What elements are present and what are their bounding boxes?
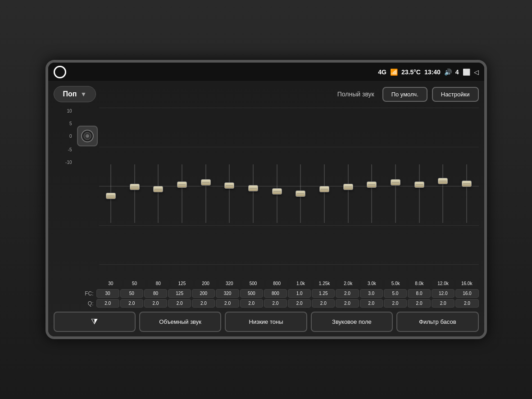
slider-thumb-30[interactable] (106, 193, 116, 199)
slider-thumb-80[interactable] (153, 186, 163, 192)
freq-label-80: 80 (148, 280, 169, 287)
bottom-rows: FC: 3050801252003205008001.01.252.03.05.… (54, 289, 479, 309)
slider-track-area-8.0k[interactable] (407, 108, 431, 280)
q-val-1.0k[interactable]: 2.0 (288, 299, 311, 308)
slider-thumb-3.0k[interactable] (367, 181, 377, 188)
slider-thumb-16.0k[interactable] (462, 181, 472, 187)
slider-thumb-125[interactable] (177, 181, 187, 188)
fc-val-1.0k[interactable]: 1.0 (288, 289, 311, 298)
screen-container: 4G 📶 23.5°C 13:40 🔊 4 ⬜ ◁ Поп ▼ Полный з… (45, 60, 487, 339)
slider-track-area-5.0k[interactable] (384, 108, 408, 280)
q-val-50[interactable]: 2.0 (120, 299, 143, 308)
status-right: 4G 📶 23.5°C 13:40 🔊 4 ⬜ ◁ (378, 68, 478, 76)
slider-thumb-200[interactable] (201, 179, 211, 186)
slider-track-5.0k (395, 164, 396, 223)
slider-thumb-8.0k[interactable] (414, 181, 424, 188)
bass-filter-button[interactable]: Фильтр басов (396, 312, 478, 332)
slider-track-area-1.25k[interactable] (313, 108, 336, 280)
q-val-30[interactable]: 2.0 (96, 299, 119, 308)
preset-dropdown[interactable]: Поп ▼ (54, 86, 96, 102)
fc-val-80[interactable]: 80 (144, 289, 167, 298)
slider-track-area-16.0k[interactable] (455, 108, 479, 280)
fc-val-16.0k[interactable]: 16.0 (455, 289, 478, 298)
slider-track-8.0k (419, 164, 420, 223)
default-button[interactable]: По умолч. (382, 87, 427, 102)
fc-val-1.25k[interactable]: 1.25 (312, 289, 335, 298)
slider-track-area-3.0k[interactable] (360, 108, 384, 280)
slider-thumb-1.0k[interactable] (296, 190, 305, 197)
fc-val-50[interactable]: 50 (120, 289, 143, 298)
q-val-500[interactable]: 2.0 (240, 299, 263, 308)
scale-5-top: 5 (69, 121, 74, 126)
slider-track-area-2.0k[interactable] (336, 108, 360, 280)
slider-column-125: 125 (170, 108, 194, 287)
eq-settings-button[interactable]: ⧩ (54, 312, 136, 332)
q-val-800[interactable]: 2.0 (264, 299, 287, 308)
slider-thumb-1.25k[interactable] (319, 186, 329, 192)
slider-column-5.0k: 5.0k (384, 108, 408, 287)
q-val-2.0k[interactable]: 2.0 (336, 299, 359, 308)
q-val-5.0k[interactable]: 2.0 (384, 299, 407, 308)
fc-val-12.0k[interactable]: 12.0 (432, 289, 455, 298)
sliders-icon: ⧩ (91, 317, 98, 326)
q-val-1.25k[interactable]: 2.0 (312, 299, 335, 308)
freq-label-1.0k: 1.0k (290, 280, 311, 287)
window-icon[interactable]: ⬜ (463, 68, 470, 76)
slider-track-area-30[interactable] (99, 108, 123, 280)
fc-val-125[interactable]: 125 (168, 289, 191, 298)
sound-field-button[interactable]: Звуковое поле (311, 312, 393, 332)
freq-label-800: 800 (266, 280, 287, 287)
slider-track-area-80[interactable] (146, 108, 170, 280)
fc-val-8.0k[interactable]: 8.0 (408, 289, 431, 298)
eq-icon-box[interactable] (77, 126, 98, 146)
fc-val-3.0k[interactable]: 3.0 (360, 289, 383, 298)
scale-10-top: 10 (67, 109, 73, 113)
slider-thumb-5.0k[interactable] (391, 179, 400, 186)
slider-track-area-125[interactable] (170, 108, 194, 280)
slider-track-area-1.0k[interactable] (289, 108, 313, 280)
slider-track-area-320[interactable] (218, 108, 241, 280)
slider-track-1.0k (300, 164, 301, 223)
q-val-200[interactable]: 2.0 (192, 299, 215, 308)
slider-thumb-2.0k[interactable] (343, 184, 353, 190)
q-val-16.0k[interactable]: 2.0 (455, 299, 478, 308)
fc-val-2.0k[interactable]: 2.0 (336, 289, 359, 298)
fc-val-5.0k[interactable]: 5.0 (384, 289, 407, 298)
fc-val-800[interactable]: 800 (264, 289, 287, 298)
fc-val-320[interactable]: 320 (216, 289, 239, 298)
car-frame: 4G 📶 23.5°C 13:40 🔊 4 ⬜ ◁ Поп ▼ Полный з… (0, 0, 532, 399)
slider-column-500: 500 (241, 108, 265, 287)
status-left (54, 63, 66, 82)
slider-column-200: 200 (194, 108, 218, 287)
fc-val-200[interactable]: 200 (192, 289, 215, 298)
q-val-3.0k[interactable]: 2.0 (360, 299, 383, 308)
slider-track-area-200[interactable] (194, 108, 218, 280)
back-icon[interactable]: ◁ (474, 68, 479, 76)
fc-val-30[interactable]: 30 (96, 289, 119, 298)
slider-thumb-12.0k[interactable] (438, 178, 448, 184)
slider-track-2.0k (348, 164, 349, 223)
bottom-buttons: ⧩ Объемный звук Низкие тоны Звуковое пол… (54, 312, 479, 332)
sliders-row: 3050801252003205008001.0k1.25k2.0k3.0k5.… (99, 108, 479, 287)
surround-sound-button[interactable]: Объемный звук (139, 312, 221, 332)
fc-val-500[interactable]: 500 (240, 289, 263, 298)
q-label: Q: (54, 300, 96, 307)
q-val-80[interactable]: 2.0 (144, 299, 167, 308)
slider-thumb-50[interactable] (130, 184, 140, 190)
slider-thumb-320[interactable] (224, 182, 234, 189)
slider-thumb-500[interactable] (248, 185, 258, 191)
q-val-125[interactable]: 2.0 (168, 299, 191, 308)
q-val-12.0k[interactable]: 2.0 (432, 299, 455, 308)
settings-button[interactable]: Настройки (432, 87, 479, 102)
q-val-320[interactable]: 2.0 (216, 299, 239, 308)
slider-track-area-12.0k[interactable] (431, 108, 455, 280)
slider-column-12.0k: 12.0k (431, 108, 455, 287)
surround-label: Объемный звук (159, 318, 201, 325)
slider-thumb-800[interactable] (272, 188, 282, 195)
slider-column-80: 80 (146, 108, 170, 287)
q-val-8.0k[interactable]: 2.0 (408, 299, 431, 308)
slider-track-area-800[interactable] (265, 108, 289, 280)
slider-track-area-500[interactable] (241, 108, 265, 280)
slider-track-area-50[interactable] (123, 108, 146, 280)
bass-tones-button[interactable]: Низкие тоны (225, 312, 307, 332)
